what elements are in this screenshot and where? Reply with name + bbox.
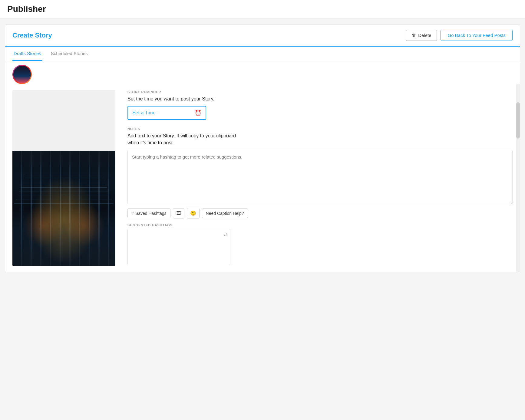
caption-help-button[interactable]: Need Caption Help? <box>202 208 248 218</box>
notes-section: NOTES Add text to your Story. It will co… <box>127 127 513 218</box>
notes-desc-text: Add text to your Story. It will copy to … <box>127 133 236 145</box>
ceiling-lines <box>12 174 115 208</box>
avatar-image <box>13 66 31 83</box>
suggested-hashtags-section: SUGGESTED HASHTAGS ⇄ <box>127 223 513 265</box>
story-image <box>12 151 115 266</box>
time-input-text: Set a Time <box>132 110 195 116</box>
content-area: STORY REMINDER Set the time you want to … <box>5 84 520 272</box>
go-back-button[interactable]: Go Back To Your Feed Posts <box>441 30 513 41</box>
card-header: Create Story 🗑 Delete Go Back To Your Fe… <box>5 25 520 47</box>
suggested-hashtags-label: SUGGESTED HASHTAGS <box>127 223 513 227</box>
back-label: Go Back To Your Feed Posts <box>447 33 506 38</box>
tab-drafts-stories[interactable]: Drafts Stories <box>12 47 42 61</box>
image-top-placeholder <box>12 90 115 151</box>
textarea-toolbar: # Saved Hashtags 🖼 🙂 Need Caption Help? <box>127 208 513 218</box>
shuffle-icon[interactable]: ⇄ <box>224 231 228 237</box>
tab-scheduled-label: Scheduled Stories <box>51 51 88 56</box>
app-title: Publisher <box>7 4 518 14</box>
notes-label: NOTES <box>127 127 513 131</box>
emoji-icon: 🙂 <box>190 211 196 216</box>
story-image-art <box>12 151 115 266</box>
story-reminder-desc: Set the time you want to post your Story… <box>127 96 513 102</box>
alarm-clock-icon: ⏰ <box>195 110 201 116</box>
trash-icon: 🗑 <box>412 33 416 38</box>
image-icon: 🖼 <box>176 211 181 216</box>
left-column <box>12 90 115 266</box>
saved-hashtags-button[interactable]: # Saved Hashtags <box>127 208 170 218</box>
scrollbar-thumb[interactable] <box>516 102 520 139</box>
scrollbar[interactable] <box>516 84 520 272</box>
tab-scheduled-stories[interactable]: Scheduled Stories <box>50 47 89 61</box>
avatar[interactable] <box>12 65 32 84</box>
suggested-hashtags-box: ⇄ <box>127 229 230 265</box>
card-title: Create Story <box>12 31 52 39</box>
saved-hashtags-label: Saved Hashtags <box>135 211 167 216</box>
media-icon-button[interactable]: 🖼 <box>173 208 184 218</box>
right-column: STORY REMINDER Set the time you want to … <box>127 90 513 266</box>
notes-textarea[interactable] <box>127 150 513 204</box>
header-actions: 🗑 Delete Go Back To Your Feed Posts <box>406 30 513 41</box>
tab-drafts-label: Drafts Stories <box>14 51 41 56</box>
delete-label: Delete <box>418 33 431 38</box>
hashtag-icon: # <box>131 211 134 216</box>
top-header: Publisher <box>0 0 525 18</box>
story-reminder-section: STORY REMINDER Set the time you want to … <box>127 90 513 120</box>
emoji-button[interactable]: 🙂 <box>187 208 200 218</box>
main-card: Create Story 🗑 Delete Go Back To Your Fe… <box>5 25 520 272</box>
avatar-inner <box>13 66 31 83</box>
caption-help-label: Need Caption Help? <box>206 211 244 216</box>
set-time-input[interactable]: Set a Time ⏰ <box>127 106 206 120</box>
tabs-bar: Drafts Stories Scheduled Stories <box>5 47 520 61</box>
story-reminder-label: STORY REMINDER <box>127 90 513 94</box>
delete-button[interactable]: 🗑 Delete <box>406 30 437 41</box>
avatar-row <box>5 61 520 84</box>
notes-desc: Add text to your Story. It will copy to … <box>127 133 513 146</box>
